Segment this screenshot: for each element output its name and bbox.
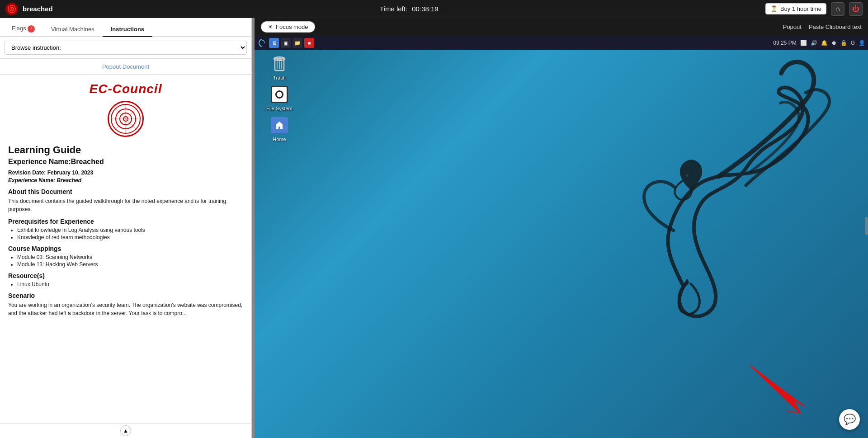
desktop-icon-home[interactable]: Home	[264, 116, 295, 142]
course-item-2: Module 13: Hacking Web Servers	[17, 261, 243, 268]
filesystem-icon	[270, 85, 289, 104]
timer-label: Time left:	[380, 5, 407, 13]
about-title: About this Document	[8, 188, 243, 195]
paste-clipboard-link[interactable]: Paste Clipboard text	[809, 24, 862, 30]
trash-label: Trash	[273, 75, 286, 80]
tab-bar: Flags7 Virtual Machines Instructions	[0, 18, 251, 37]
scenario-body: You are working in an organization's sec…	[8, 301, 243, 317]
tab-virtual-machines[interactable]: Virtual Machines	[43, 22, 103, 37]
time-display: 09:25 PM	[773, 40, 796, 46]
document-subtitle: Experience Name:Breached	[8, 158, 243, 166]
buy-time-label: Buy 1 hour time	[780, 5, 821, 12]
resources-title: Resource(s)	[8, 272, 243, 279]
power-button[interactable]: ⏻	[849, 2, 863, 16]
vm-toolbar-left: ☀ Focus mode	[261, 21, 315, 33]
circle-emblem	[108, 101, 144, 137]
filesystem-label: File System	[266, 106, 292, 111]
filesys-icon-box	[271, 86, 288, 103]
desktop-icon-trash[interactable]: Trash	[264, 54, 295, 80]
chat-icon: 💬	[844, 414, 856, 425]
prereq-item-2: Knowledge of red team methodologies	[17, 234, 243, 240]
about-body: This document contains the guided walkth…	[8, 197, 243, 213]
tab-flags[interactable]: Flags7	[4, 21, 43, 37]
svg-point-2	[11, 8, 13, 9]
filesys-icon-circle	[275, 90, 283, 99]
chat-button[interactable]: 💬	[839, 409, 860, 430]
revision-date: Revision Date: February 10, 2023	[8, 170, 243, 176]
display-icon: ⬜	[800, 40, 807, 46]
focus-mode-button[interactable]: ☀ Focus mode	[261, 21, 315, 33]
taskbar-icon-folder[interactable]: 📁	[292, 38, 302, 48]
home-icon-bg	[271, 117, 288, 133]
taskbar-icon-terminal[interactable]: ▣	[281, 38, 291, 48]
course-item-1: Module 03: Scanning Networks	[17, 254, 243, 260]
browse-row: Browse instruction:	[0, 37, 251, 59]
kali-menu-icon[interactable]	[257, 38, 267, 48]
taskbar-icon-app[interactable]: ■	[304, 38, 314, 48]
document-title: Learning Guide	[8, 144, 243, 156]
timer-display: Time left: 00:38:19	[380, 5, 439, 13]
google-icon: G	[851, 40, 855, 46]
top-bar: breached Time left: 00:38:19 ⏳ Buy 1 hou…	[0, 0, 868, 18]
right-panel: ☀ Focus mode Popout Paste Clipboard text	[255, 18, 868, 438]
flags-badge: 7	[28, 25, 35, 33]
left-panel: Flags7 Virtual Machines Instructions Bro…	[0, 18, 252, 438]
speaker-icon: 🔊	[811, 40, 817, 46]
prereq-list: Exhibit knowledge in Log Analysis using …	[8, 227, 243, 240]
scroll-up-button[interactable]: ▲	[120, 425, 131, 436]
taskbar-icon-monitor[interactable]: 🖥	[269, 38, 279, 48]
scroll-handle	[865, 217, 868, 235]
brand-name: EC-Council	[90, 82, 162, 96]
desktop-icons: Trash File System	[264, 54, 295, 142]
home-label: Home	[273, 137, 286, 142]
red-arrow-indicator	[741, 357, 832, 420]
prereq-title: Prerequisites for Experience	[8, 218, 243, 225]
popout-vm-link[interactable]: Popout	[783, 24, 802, 30]
popout-document-button[interactable]: Popout Document	[102, 63, 149, 70]
course-mappings-title: Course Mappings	[8, 245, 243, 252]
desktop-icon-filesystem[interactable]: File System	[264, 85, 295, 111]
terminal-icon: ▣	[283, 40, 288, 46]
power-icon: ⏻	[852, 5, 859, 13]
vm-screen[interactable]: 🖥 ▣ 📁 ■ 09:25 PM ⬜ 🔊 🔔	[255, 36, 868, 438]
buy-time-button[interactable]: ⏳ Buy 1 hour time	[765, 3, 826, 14]
main-layout: Flags7 Virtual Machines Instructions Bro…	[0, 18, 868, 438]
home-nav-icon: ⌂	[835, 5, 840, 13]
top-bar-left: breached	[5, 3, 53, 15]
prereq-item-1: Exhibit knowledge in Log Analysis using …	[17, 227, 243, 233]
sun-icon: ☀	[268, 24, 273, 30]
home-button[interactable]: ⌂	[831, 2, 844, 16]
kali-dragon-logo	[592, 59, 841, 339]
hourglass-icon: ⏳	[770, 5, 778, 12]
svg-point-17	[685, 174, 689, 177]
folder-icon: 📁	[294, 40, 301, 46]
record-icon: ⏺	[831, 40, 837, 46]
kali-taskbar: 🖥 ▣ 📁 ■ 09:25 PM ⬜ 🔊 🔔	[255, 36, 868, 50]
course-list: Module 03: Scanning Networks Module 13: …	[8, 254, 243, 268]
experience-name-italic: Experience Name: Breached	[8, 177, 243, 184]
app-title: breached	[23, 5, 53, 13]
top-bar-right: ⏳ Buy 1 hour time ⌂ ⏻	[765, 2, 863, 16]
document-content: EC-Council	[0, 75, 251, 423]
scroll-controls: ▲	[0, 423, 251, 438]
home-folder-icon	[270, 116, 289, 135]
trash-icon	[270, 54, 289, 73]
timer-value: 00:38:19	[412, 5, 438, 13]
kali-taskbar-left: 🖥 ▣ 📁 ■	[257, 38, 314, 48]
brand-emblem	[8, 101, 243, 137]
monitor-icon: 🖥	[272, 40, 277, 46]
browse-instruction-select[interactable]: Browse instruction:	[5, 41, 247, 55]
vm-toolbar-right: Popout Paste Clipboard text	[783, 24, 862, 30]
kali-taskbar-right: 09:25 PM ⬜ 🔊 🔔 ⏺ 🔒 G 👤	[773, 40, 865, 46]
logo-icon	[5, 3, 18, 15]
scenario-title: Scenario	[8, 292, 243, 299]
resource-item-1: Linux Ubuntu	[17, 281, 243, 287]
lock-icon: 🔒	[840, 40, 847, 46]
bell-icon: 🔔	[821, 40, 828, 46]
user-icon: 👤	[859, 40, 865, 46]
app-icon: ■	[308, 40, 311, 46]
tab-instructions[interactable]: Instructions	[103, 22, 152, 37]
popout-doc-row: Popout Document	[0, 59, 251, 75]
brand-logo: EC-Council	[8, 82, 243, 96]
resources-list: Linux Ubuntu	[8, 281, 243, 287]
